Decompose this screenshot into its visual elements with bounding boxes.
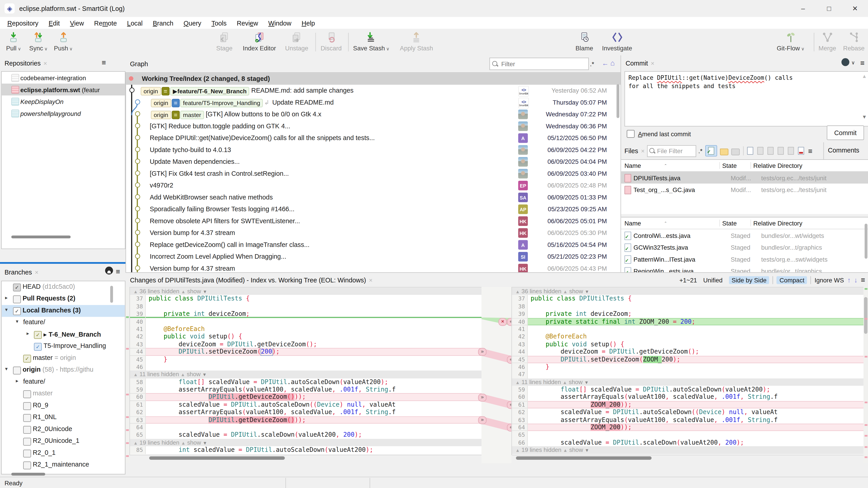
ref-chip-remote[interactable]: origin	[151, 110, 171, 119]
show-staged-toggle-icon[interactable]	[705, 145, 717, 157]
graph-filter-box[interactable]	[489, 58, 589, 70]
tree-chevron-icon[interactable]: ▸	[5, 295, 8, 300]
show-hidden-link[interactable]: show	[569, 447, 583, 453]
diff-overview-stripe-left[interactable]	[125, 287, 129, 463]
ref-chip-branch[interactable]: master	[180, 110, 204, 119]
ref-chip-remote[interactable]: origin	[151, 98, 171, 107]
commit-row[interactable]: Add WebKitBrowser seach native methodsSA…	[126, 192, 621, 203]
ai-dropdown-icon[interactable]: ∨	[851, 60, 855, 66]
branch-checkbox[interactable]: ✓	[13, 307, 21, 315]
view-mode-side-by-side[interactable]: Side by Side	[729, 276, 769, 284]
menu-edit[interactable]: Edit	[43, 20, 65, 26]
menu-help[interactable]: Help	[297, 20, 320, 26]
next-change-icon[interactable]: ↓	[854, 276, 858, 284]
previous-change-icon[interactable]: ↑	[847, 276, 851, 284]
view-mode-unified[interactable]: Unified	[700, 276, 725, 284]
branch-checkbox[interactable]	[23, 402, 31, 410]
branch-row-pull-requests-2-[interactable]: ▸Pull Requests (2)	[2, 293, 125, 305]
commit-row[interactable]: Version bump for 4.37 streamHK06/06/2025…	[126, 263, 621, 272]
remove-file-icon[interactable]	[798, 147, 805, 155]
toolbar-button-push[interactable]: Push ∨	[54, 31, 73, 52]
files-menu-icon[interactable]: ≡	[808, 147, 812, 155]
tree-chevron-icon[interactable]: ▾	[16, 319, 18, 324]
branch-row-r0-9[interactable]: R0_9	[2, 400, 125, 412]
repository-item[interactable]: powershellplayground	[2, 107, 125, 119]
diff-overview-stripe-right[interactable]	[864, 287, 868, 463]
branch-row-r2-0unicode-1[interactable]: R2_0Unicode_1	[2, 435, 125, 448]
branch-row-r2-0-1[interactable]: R2_0_1	[2, 447, 125, 459]
branch-checkbox[interactable]	[13, 367, 21, 375]
apply-right-icon[interactable]: »	[478, 393, 487, 401]
close-button[interactable]: ✕	[842, 0, 868, 17]
toolbar-button-index-editor[interactable]: Index Editor	[243, 31, 276, 52]
branch-checkbox[interactable]	[13, 295, 21, 303]
home-icon[interactable]: ⌂	[610, 59, 615, 67]
toolbar-button-save-stash[interactable]: Save Stash ∨	[353, 31, 390, 52]
diff-left-hscrollbar[interactable]	[129, 456, 482, 460]
file-row[interactable]: PatternWin...lTest.javaStagedtests/org.e…	[621, 253, 868, 265]
amend-checkbox[interactable]	[627, 130, 635, 138]
diff-menu-icon[interactable]: ≡	[861, 275, 865, 284]
commit-row[interactable]: Version bump for 4.37 streamHK06/06/2025…	[126, 227, 621, 239]
branch-row-feature-[interactable]: ▸feature/	[2, 376, 125, 388]
discard-change-icon[interactable]: ×	[498, 318, 507, 326]
menu-view[interactable]: View	[65, 20, 89, 26]
file-row[interactable]: RegionWin...ests.javaStagedbundles/or...…	[621, 265, 868, 272]
repositories-menu-icon[interactable]: ≡	[102, 58, 105, 67]
col-name[interactable]: Nameˆ	[621, 162, 720, 169]
ai-assistant-icon[interactable]	[842, 58, 849, 66]
branch-checkbox[interactable]	[23, 390, 31, 398]
ref-chip-branch[interactable]: ▶feature/T-6_New_Branch	[170, 87, 250, 95]
branch-row-t5-improve-handling[interactable]: ✓T5-Improve_Handling	[2, 341, 125, 353]
hidden-lines-band[interactable]: ▲ 11 lines hidden ▲ show ▼	[130, 371, 482, 378]
ref-chip-remote[interactable]: origin	[141, 87, 161, 95]
commit-row[interactable]: [GTK] Reduce button.toggle padding on GT…	[126, 121, 621, 132]
commit-message-input[interactable]: Replace DPIUtil::get(Native)DeviceZoom()…	[625, 71, 868, 127]
branch-row-r2-1-maintenance[interactable]: R2_1_maintenance	[2, 459, 125, 471]
maximize-button[interactable]: □	[816, 0, 842, 17]
commit-row[interactable]: Update tycho-build to 4.0.1306/09/2025 0…	[126, 144, 621, 156]
hidden-lines-band[interactable]: ▲ 11 lines hidden ▲ show ▼	[512, 378, 864, 386]
files-close-icon[interactable]: ×	[641, 148, 645, 154]
col-relative-directory[interactable]: Relative Directory	[751, 220, 868, 227]
minimize-button[interactable]: –	[790, 0, 816, 17]
toolbar-button-sync[interactable]: Sync ∨	[29, 31, 48, 52]
col-state[interactable]: State	[720, 220, 751, 227]
repository-item[interactable]: KeepDisplayOn	[2, 96, 125, 107]
hidden-lines-band[interactable]: ▲ 19 lines hidden ▲ show ▼	[512, 447, 864, 454]
file-row[interactable]: DPIUtilTests.javaModif...tests/org.ec...…	[621, 172, 868, 184]
menu-tools[interactable]: Tools	[206, 20, 232, 26]
files-regex-toggle[interactable]: .*	[698, 148, 702, 154]
view-mode-compact[interactable]: Compact	[777, 276, 807, 284]
commit-row[interactable]: Replace getDeviceZoom() call in ImageTra…	[126, 239, 621, 251]
show-hidden-link[interactable]: show	[569, 378, 583, 385]
branch-checkbox[interactable]	[23, 426, 31, 434]
file-row[interactable]: GCWin32Tests.javaStagedbundles/or...t/gr…	[621, 241, 868, 253]
commit-row[interactable]: [GTK] Fix Gtk4 test crash in Control.set…	[126, 168, 621, 180]
branch-checkbox[interactable]	[23, 462, 31, 469]
commit-row[interactable]: Replace DPIUtil::get(Native)DeviceZoom()…	[126, 132, 621, 144]
toolbar-button-git-flow[interactable]: Git-Flow ∨	[777, 31, 804, 52]
diff-pane-right[interactable]: ▲ 36 lines hidden ▲ show ▼37public class…	[512, 287, 865, 455]
col-name[interactable]: Nameˆ	[621, 220, 720, 227]
graph-vscrollbar[interactable]	[616, 75, 620, 271]
branch-row-feature-[interactable]: ▾feature/	[2, 317, 125, 329]
menu-query[interactable]: Query	[179, 20, 206, 26]
back-arrow-icon[interactable]: ←	[602, 59, 609, 67]
graph-filter-input[interactable]	[500, 60, 576, 68]
repository-item[interactable]: eclipse.platform.swt (featur	[2, 84, 125, 96]
menu-local[interactable]: Local	[122, 20, 148, 26]
branch-row-local-branches-3-[interactable]: ▾✓Local Branches (3)	[2, 305, 125, 317]
ref-chip-eq[interactable]: =	[172, 110, 180, 119]
menu-review[interactable]: Review	[232, 20, 263, 26]
file-filter-box[interactable]: File Filter	[647, 145, 696, 157]
diff-right-hscrollbar[interactable]	[512, 456, 864, 460]
github-icon[interactable]	[105, 267, 113, 274]
commit-row[interactable]: v4970r2EP06/09/2025 02:48 PM	[126, 180, 621, 192]
commit-row[interactable]: Sporadically failing Browser Tests loggi…	[126, 203, 621, 215]
new-file-icon[interactable]	[747, 147, 754, 155]
commit-row[interactable]: origin=master [GTK] Allow buttons to be …	[126, 108, 621, 121]
toolbar-button-blame[interactable]: Blame	[576, 31, 593, 52]
tree-chevron-icon[interactable]: ▾	[5, 366, 8, 372]
branches-hscrollbar[interactable]	[1, 472, 124, 476]
